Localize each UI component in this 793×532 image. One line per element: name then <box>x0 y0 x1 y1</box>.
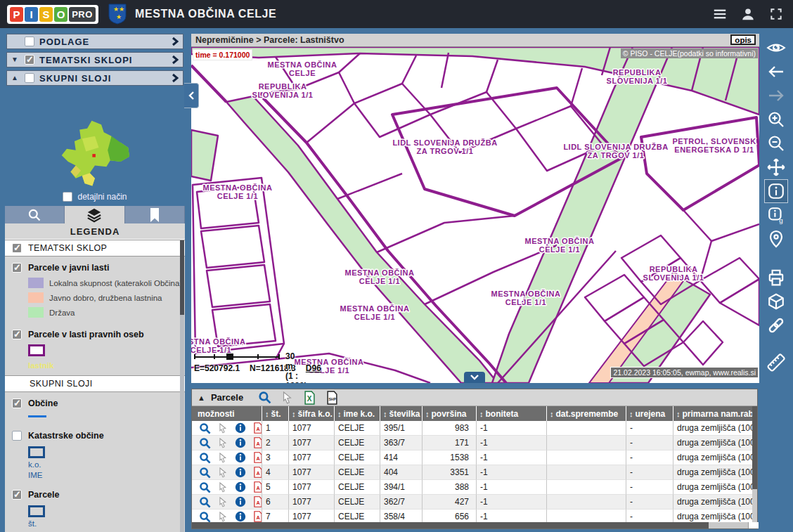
piso-logo[interactable]: P I S O PRO <box>7 5 98 24</box>
zoom-out-button[interactable] <box>764 131 788 155</box>
export-shp-button[interactable]: SHP <box>323 391 340 405</box>
row-pdf-button[interactable]: A <box>250 496 262 508</box>
share-link-button[interactable] <box>764 313 788 337</box>
row-pdf-button[interactable]: A <box>250 511 262 523</box>
map-collapse-button[interactable] <box>464 372 485 383</box>
row-select-button[interactable] <box>215 481 230 493</box>
tab-search[interactable] <box>5 206 65 223</box>
cell-povrsina: 983 <box>423 421 477 436</box>
user-icon[interactable] <box>740 6 756 22</box>
row-zoom-to-button[interactable] <box>198 496 212 508</box>
locate-button[interactable] <box>764 227 788 251</box>
legend-scrollbar[interactable] <box>180 240 184 532</box>
accordion-tematski-sklopi[interactable]: ▼ TEMATSKI SKLOPI <box>6 52 183 67</box>
identify-eye-button[interactable] <box>764 36 788 60</box>
col-header-urejena[interactable]: urejena <box>626 406 673 421</box>
table-toolbar: ▲ Parcele X SHP <box>192 389 757 406</box>
print-button[interactable] <box>764 266 788 290</box>
table-search-button[interactable] <box>256 391 273 405</box>
row-info-button[interactable] <box>233 467 247 479</box>
row-select-button[interactable] <box>215 452 230 464</box>
row-pdf-button[interactable]: A <box>250 422 262 434</box>
row-zoom-to-button[interactable] <box>198 481 212 493</box>
row-select-button[interactable] <box>215 467 230 479</box>
table-vertical-scrollbar[interactable] <box>752 406 757 524</box>
search-icon <box>258 391 271 404</box>
col-header-sifra-ko[interactable]: šifra k.o. <box>289 406 335 421</box>
accordion-skupni-sloji[interactable]: ▲ SKUPNI SLOJI <box>6 70 183 86</box>
row-pdf-button[interactable]: A <box>250 467 262 479</box>
row-select-button[interactable] <box>215 437 230 449</box>
sort-icon <box>550 409 554 419</box>
history-back-button[interactable] <box>764 60 788 84</box>
col-header-st[interactable]: št. <box>262 406 289 421</box>
pan-button[interactable] <box>764 155 788 179</box>
legal-parcels-checkbox[interactable] <box>12 330 22 339</box>
tab-bookmarks[interactable] <box>125 206 185 223</box>
timestamp-chip: 21.02.2023 16:05:05, ewmap, www.realis.s… <box>611 368 758 377</box>
triangle-up-icon[interactable]: ▲ <box>11 74 20 82</box>
obcine-checkbox[interactable] <box>12 398 22 408</box>
skupni-checkbox[interactable] <box>25 73 34 83</box>
fullscreen-icon[interactable] <box>768 6 785 22</box>
table-select-button[interactable] <box>278 391 295 405</box>
history-forward-button[interactable] <box>764 84 788 108</box>
parcele-checkbox[interactable] <box>12 490 22 500</box>
row-info-button[interactable] <box>233 481 247 493</box>
map-viewport[interactable]: MESTNA OBČINACELJEREPUBLIKASLOVENIJA 1/1… <box>191 47 759 383</box>
col-header-ime-ko[interactable]: ime k.o. <box>335 406 380 421</box>
sidebar-collapse-button[interactable] <box>184 83 199 108</box>
export-excel-button[interactable]: X <box>301 391 318 405</box>
cell-st: 3 <box>262 450 289 465</box>
layer-zkp: Parcele ZKP Urejene meje <box>5 529 185 532</box>
view-3d-button[interactable] <box>764 290 788 313</box>
tematski-sklop-checkbox[interactable] <box>12 243 22 253</box>
accordion-podlage[interactable]: PODLAGE <box>6 34 183 49</box>
zoom-in-button[interactable] <box>764 108 788 131</box>
row-info-button[interactable] <box>233 437 247 449</box>
overview-minimap[interactable] <box>51 119 139 190</box>
col-header-boniteta[interactable]: boniteta <box>477 406 547 421</box>
row-info-button[interactable] <box>233 511 247 523</box>
datum-link[interactable]: D96 <box>306 363 321 373</box>
podlage-checkbox[interactable] <box>25 37 34 46</box>
triangle-down-icon[interactable]: ▼ <box>11 56 20 63</box>
tab-layers[interactable] <box>65 206 124 223</box>
row-select-button[interactable] <box>215 496 230 508</box>
scale-ratio-link[interactable]: 1890 <box>285 381 304 383</box>
table-horizontal-scrollbar[interactable] <box>192 522 754 528</box>
row-zoom-to-button[interactable] <box>198 437 212 449</box>
opis-button[interactable]: opis <box>730 34 756 45</box>
row-pdf-button[interactable]: A <box>250 437 262 449</box>
row-select-button[interactable] <box>215 422 230 434</box>
row-info-button[interactable] <box>233 496 247 508</box>
info-gurs-button[interactable]: g <box>764 203 788 227</box>
row-pdf-button[interactable]: A <box>250 481 262 493</box>
col-header-dat-spremembe[interactable]: dat.spremembe <box>547 406 626 421</box>
collapse-table-icon[interactable]: ▲ <box>198 394 205 402</box>
menu-icon[interactable] <box>711 6 728 22</box>
info-tool-button[interactable] <box>764 179 788 203</box>
row-info-button[interactable] <box>233 422 247 434</box>
public-parcels-checkbox[interactable] <box>12 263 22 273</box>
col-header-povrsina[interactable]: površina <box>423 406 477 421</box>
row-zoom-to-button[interactable] <box>198 467 212 479</box>
row-zoom-to-button[interactable] <box>198 422 212 434</box>
cell-povrsina: 1538 <box>423 450 477 465</box>
katastrske-checkbox[interactable] <box>12 431 22 441</box>
row-pdf-button[interactable]: A <box>250 452 262 464</box>
logo-letter: O <box>54 7 67 22</box>
row-zoom-to-button[interactable] <box>198 511 212 523</box>
row-select-button[interactable] <box>215 511 230 523</box>
col-header-stevilka[interactable]: številka <box>380 406 423 421</box>
cube-3d-icon <box>767 292 785 311</box>
detail-mode-checkbox[interactable] <box>63 192 72 202</box>
cursor-icon <box>218 467 227 478</box>
results-table-panel: ▲ Parcele X SHP možnosti št. šifra k.o. … <box>191 389 758 529</box>
row-info-button[interactable] <box>233 452 247 464</box>
measure-button[interactable] <box>764 351 788 375</box>
col-header-primarna[interactable]: primarna nam.rab <box>673 406 754 421</box>
tematski-checkbox[interactable] <box>25 55 34 65</box>
col-header-moznosti[interactable]: možnosti <box>192 406 262 421</box>
row-zoom-to-button[interactable] <box>198 452 212 464</box>
